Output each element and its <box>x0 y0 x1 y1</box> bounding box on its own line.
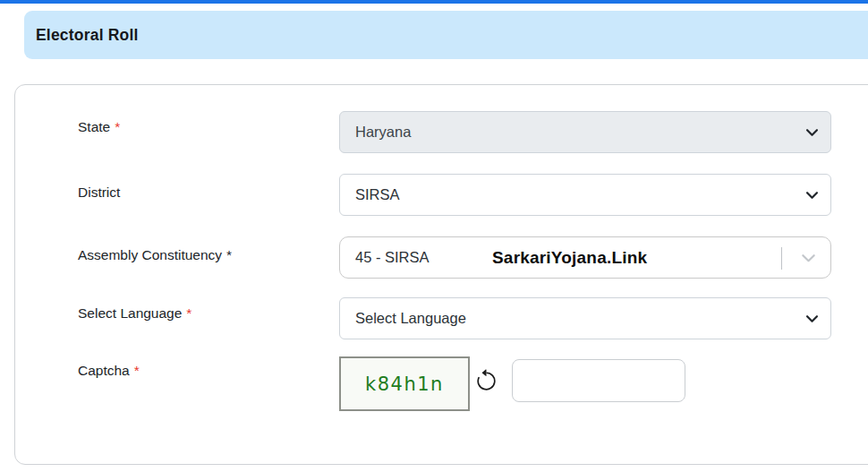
captcha-required-asterisk: * <box>134 363 140 378</box>
electoral-roll-page: Electoral Roll State* Haryana District S… <box>0 0 868 472</box>
form-card: State* Haryana District SIRSA Assembly C… <box>14 84 868 465</box>
state-select-value: Haryana <box>355 124 411 141</box>
district-label-text: District <box>78 185 120 200</box>
top-accent-bar <box>0 0 868 4</box>
district-label: District <box>78 184 124 201</box>
assembly-constituency-label: Assembly Constituency* <box>78 246 232 263</box>
language-select-value: Select Language <box>355 310 466 327</box>
captcha-image: k84h1n <box>339 356 470 411</box>
district-select[interactable]: SIRSA <box>339 174 831 216</box>
language-required-asterisk: * <box>186 305 191 321</box>
language-label: Select Language* <box>78 305 191 322</box>
assembly-constituency-select-value: 45 - SIRSA <box>355 249 430 266</box>
chevron-down-icon <box>801 250 816 265</box>
page-header: Electoral Roll <box>24 11 868 59</box>
state-label: State* <box>78 118 120 135</box>
captcha-refresh-button[interactable] <box>473 369 498 394</box>
assembly-constituency-select[interactable]: 45 - SIRSA SarkariYojana.Link <box>339 236 831 279</box>
language-select[interactable]: Select Language <box>339 297 831 339</box>
watermark-text: SarkariYojana.Link <box>492 248 647 268</box>
captcha-label: Captcha* <box>78 362 140 379</box>
refresh-icon <box>474 369 498 393</box>
state-label-text: State <box>78 119 110 134</box>
captcha-input[interactable] <box>512 359 685 402</box>
assembly-required-asterisk: * <box>226 247 232 262</box>
chevron-down-icon <box>805 188 819 202</box>
district-select-value: SIRSA <box>355 186 400 203</box>
assembly-constituency-label-text: Assembly Constituency <box>78 247 222 262</box>
language-label-text: Select Language <box>78 305 182 321</box>
chevron-down-icon <box>805 125 819 139</box>
state-required-asterisk: * <box>115 119 120 134</box>
chevron-down-icon <box>805 312 819 325</box>
captcha-label-text: Captcha <box>78 363 130 378</box>
page-title: Electoral Roll <box>36 26 139 45</box>
state-select[interactable]: Haryana <box>339 111 831 153</box>
captcha-code-text: k84h1n <box>365 373 444 395</box>
select-divider <box>781 247 782 270</box>
